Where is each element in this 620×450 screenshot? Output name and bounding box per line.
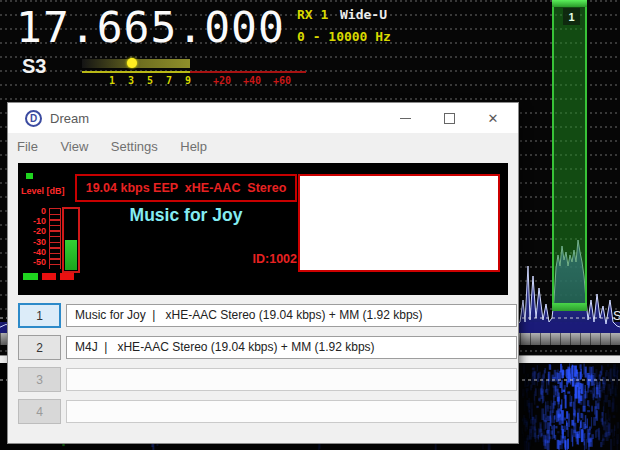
s-meter-tick: 5 xyxy=(147,75,153,86)
channel-marker-badge[interactable]: 1 xyxy=(563,8,580,25)
status-led-red-1 xyxy=(42,273,56,280)
menu-view[interactable]: View xyxy=(51,133,97,154)
service-info-4 xyxy=(66,400,517,423)
s-meter-tick: +60 xyxy=(273,75,291,86)
window-title: Dream xyxy=(50,111,89,126)
menu-help[interactable]: Help xyxy=(171,133,216,154)
menu-settings[interactable]: Settings xyxy=(102,133,167,154)
passband-bottom-cap xyxy=(552,303,587,311)
drm-status-display: Level [dB] 0 -10 -20 -30 -40 -50 19.04 k… xyxy=(18,163,508,295)
s-meter-tick: 9 xyxy=(185,75,191,86)
passband-top-cap xyxy=(552,0,587,7)
slideshow-panel xyxy=(298,174,500,272)
service-row: 4 xyxy=(8,399,518,425)
dream-app-icon: D xyxy=(25,110,42,127)
service-info-2: M4J | xHE-AAC Stereo (19.04 kbps) + MM (… xyxy=(66,336,517,359)
mode-label[interactable]: Wide-U xyxy=(340,7,387,22)
spectrum-edge-label: S xyxy=(613,308,620,323)
s-meter-tick: +40 xyxy=(243,75,261,86)
service-row: 2 M4J | xHE-AAC Stereo (19.04 kbps) + MM… xyxy=(8,335,518,361)
service-id: ID:1002 xyxy=(75,252,297,266)
s-meter-tick: +20 xyxy=(213,75,231,86)
frequency-display[interactable]: 17.665.000 xyxy=(16,2,285,52)
menu-bar: File View Settings Help xyxy=(8,133,518,160)
level-meter-scale: 0 -10 -20 -30 -40 -50 xyxy=(20,206,46,267)
s-meter-tick: 3 xyxy=(128,75,134,86)
status-led-red-2 xyxy=(60,273,74,280)
s-meter-needle-dot xyxy=(127,58,137,68)
maximize-button[interactable] xyxy=(427,103,471,133)
service-row: 1 Music for Joy | xHE-AAC Stereo (19.04 … xyxy=(8,303,518,329)
level-meter-ticks xyxy=(49,208,61,269)
minimize-icon xyxy=(400,118,411,119)
bandwidth-label[interactable]: 0 - 10000 Hz xyxy=(297,29,391,44)
codec-info-box: 19.04 kbps EEP xHE-AAC Stereo xyxy=(75,174,297,202)
s-meter-scale-line-yellow xyxy=(82,71,190,73)
tuning-passband[interactable]: 1 xyxy=(552,0,587,311)
close-icon: ✕ xyxy=(488,112,499,125)
station-name: Music for Joy xyxy=(75,205,297,226)
service-button-1[interactable]: 1 xyxy=(18,303,61,328)
sync-led xyxy=(26,173,33,179)
service-info-1: Music for Joy | xHE-AAC Stereo (19.04 kb… xyxy=(66,304,517,327)
service-button-3: 3 xyxy=(18,367,61,392)
rx-label: RX 1 xyxy=(297,7,328,22)
s-meter-scale-line-red xyxy=(190,71,306,73)
minimize-button[interactable] xyxy=(383,103,427,133)
maximize-icon xyxy=(444,113,455,124)
s-meter-tick: 1 xyxy=(109,75,115,86)
menu-file[interactable]: File xyxy=(8,133,47,154)
dream-window: D Dream ✕ File View Settings Help Level … xyxy=(8,103,518,443)
title-bar[interactable]: D Dream ✕ xyxy=(8,103,518,133)
status-led-green xyxy=(23,273,38,280)
close-button[interactable]: ✕ xyxy=(471,103,515,133)
service-button-2[interactable]: 2 xyxy=(18,335,61,360)
service-button-4: 4 xyxy=(18,399,61,424)
level-meter-label: Level [dB] xyxy=(21,186,65,196)
service-row: 3 xyxy=(8,367,518,393)
service-info-3 xyxy=(66,368,517,391)
s-meter-value: S3 xyxy=(22,55,46,78)
s-meter-tick: 7 xyxy=(166,75,172,86)
sdr-app-screen: 17.665.000 RX 1 Wide-U 0 - 10000 Hz S3 1… xyxy=(0,0,620,450)
